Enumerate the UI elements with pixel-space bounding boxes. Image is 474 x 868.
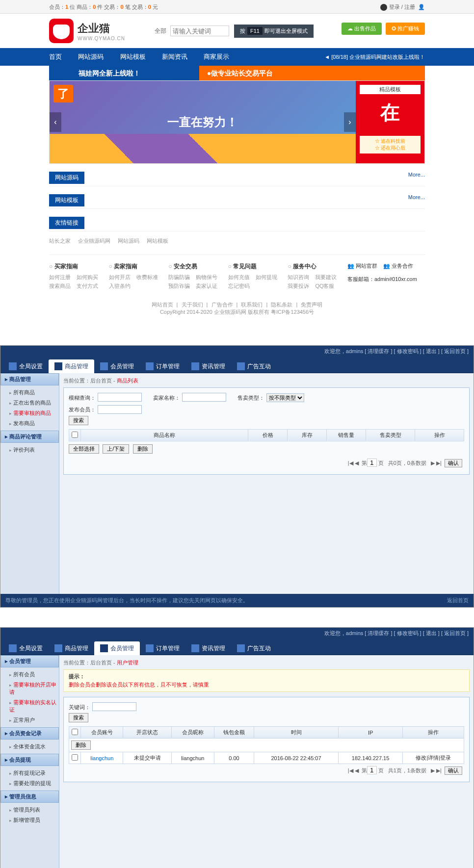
tag-link[interactable]: 网站模板 (147, 238, 168, 244)
footer-link[interactable]: 预防诈骗 (168, 282, 190, 290)
tab-orders[interactable]: 订单管理 (140, 641, 185, 655)
top-link[interactable]: 清理缓存 (368, 630, 389, 636)
select-all-button[interactable]: 全部选择 (69, 444, 99, 454)
category-head[interactable]: 友情链接 (49, 217, 84, 229)
delete-button[interactable]: 删除 (133, 444, 153, 454)
tag-link[interactable]: 站长之家 (49, 238, 71, 244)
side-header[interactable]: 管理员信息 (0, 791, 59, 803)
tag-link[interactable]: 企业猫源码网 (78, 238, 110, 244)
footer-link[interactable]: 防骗防骗 (168, 274, 190, 281)
side-header[interactable]: 会员提现 (0, 754, 59, 766)
footer-link[interactable]: 广告合作 (211, 302, 233, 307)
sidebar-item[interactable]: 需要审核的开店申请 (0, 680, 59, 697)
footer-link[interactable]: 隐私条款 (271, 302, 292, 307)
search-button[interactable]: 搜索 (69, 416, 88, 425)
sidebar-item[interactable]: 所有商品 (0, 387, 59, 398)
sell-button[interactable]: ☁ 出售作品 (342, 23, 382, 35)
sidebar-item[interactable]: 评价列表 (0, 445, 59, 455)
side-header[interactable]: 会员管理 (0, 655, 59, 667)
side-header[interactable]: 商品评论管理 (0, 431, 59, 443)
search-input[interactable] (170, 26, 229, 36)
slider-prev[interactable]: ‹ (50, 112, 61, 132)
row-checkbox[interactable] (72, 754, 78, 761)
footer-link[interactable]: 如何购买 (77, 274, 98, 281)
sidebar-item[interactable]: 新增管理员 (0, 815, 59, 825)
top-link[interactable]: 退出 (426, 348, 437, 354)
pager-go[interactable]: 确认 (445, 766, 462, 775)
promote-button[interactable]: ✪ 推广赚钱 (386, 23, 425, 35)
top-link[interactable]: 返回首页 (444, 348, 466, 354)
filter-seller[interactable] (182, 393, 226, 402)
top-link[interactable]: 清理缓存 (368, 348, 389, 354)
side-header[interactable]: 商品管理 (0, 373, 59, 385)
row-actions[interactable]: 修改|详情|登录 (403, 752, 464, 764)
select-all[interactable] (72, 729, 78, 735)
footer-link[interactable]: 忘记密码 (228, 282, 250, 290)
login-link[interactable]: 登录 / 注册 👤 (380, 0, 425, 14)
footer-link[interactable]: 我要投诉 (288, 282, 309, 290)
tab-global[interactable]: 全局设置 (3, 641, 49, 655)
sidebar-item[interactable]: 管理员列表 (0, 805, 59, 815)
footer-link[interactable]: 知识咨询 (288, 274, 309, 281)
sidebar-item[interactable]: 所有会员 (0, 669, 59, 680)
filter-type[interactable]: 按不限类型 (266, 393, 304, 402)
page-input[interactable] (367, 459, 377, 467)
sidebar-item[interactable]: 全体资金流水 (0, 741, 59, 752)
tab-news[interactable]: 资讯管理 (185, 641, 231, 655)
user-link[interactable]: liangchun (90, 755, 113, 761)
footer-link[interactable]: 入驻条约 (109, 282, 131, 290)
nav-item[interactable]: 网站源码 (78, 53, 104, 60)
sidebar-item[interactable]: 正在出售的商品 (0, 398, 59, 408)
footer-link[interactable]: 收费标准 (136, 274, 158, 281)
pager-next[interactable]: ▶ ▶| (431, 460, 442, 466)
sidebar-item[interactable]: 需要审核的商品 (0, 408, 59, 418)
more-link[interactable]: More... (408, 194, 425, 200)
top-link[interactable]: 退出 (426, 630, 437, 636)
side-header[interactable]: 会员资金记录 (0, 727, 59, 740)
slide-side[interactable]: 精品模板 在 ☆ 追在科技前 ☆ 还在用心后 (356, 81, 424, 163)
nav-item[interactable]: 首页 (49, 53, 62, 60)
pager-prev[interactable]: |◀ ◀ (348, 767, 359, 773)
nav-item[interactable]: 新闻资讯 (162, 53, 187, 60)
logo[interactable]: 企业猫 WWW.QYMAO.CN (49, 19, 125, 43)
tab-ads[interactable]: 广告互动 (231, 641, 277, 655)
search-category[interactable]: 全部 (155, 27, 166, 35)
page-input[interactable] (367, 766, 377, 774)
tab-news[interactable]: 资讯管理 (185, 359, 231, 373)
footer-link[interactable]: 我要建议 (315, 274, 337, 281)
top-link[interactable]: 修改密码 (397, 348, 419, 354)
footer-link[interactable]: 如何开店 (109, 274, 131, 281)
pager-next[interactable]: ▶ ▶| (431, 767, 442, 773)
tab-members[interactable]: 会员管理 (94, 359, 140, 373)
category-head[interactable]: 网站源码 (49, 172, 84, 184)
sidebar-item[interactable]: 发布商品 (0, 418, 59, 429)
tag-link[interactable]: 网站源码 (118, 238, 139, 244)
footer-link[interactable]: 如何注册 (49, 274, 71, 281)
sidebar-item[interactable]: 需要处理的提现 (0, 778, 59, 789)
back-home-link[interactable]: 返回首页 (447, 597, 469, 604)
more-link[interactable]: More... (408, 172, 425, 178)
footer-link[interactable]: 网站首页 (152, 302, 173, 307)
filter-publisher[interactable] (98, 405, 142, 414)
footer-link[interactable]: 关于我们 (182, 302, 203, 307)
banner[interactable]: 福娃网全新上线啦！ ●做专业站长交易平台 (49, 66, 425, 80)
footer-link[interactable]: 如何充值 (228, 274, 250, 281)
sidebar-item[interactable]: 所有提现记录 (0, 768, 59, 778)
tab-orders[interactable]: 订单管理 (140, 359, 185, 373)
footer-link[interactable]: 搜索商品 (49, 282, 71, 290)
top-link[interactable]: 修改密码 (397, 630, 419, 636)
filter-keyword[interactable] (98, 393, 142, 402)
slide-main[interactable]: 了 一直在努力！ (50, 81, 356, 163)
filter-keyword[interactable] (92, 702, 136, 711)
footer-link[interactable]: 免责声明 (301, 302, 322, 307)
search-button[interactable]: 搜索 (69, 713, 88, 722)
footer-link[interactable]: 联系我们 (241, 302, 263, 307)
select-all[interactable] (72, 432, 78, 438)
tab-global[interactable]: 全局设置 (3, 359, 49, 373)
slider-next[interactable]: › (344, 112, 356, 132)
footer-link[interactable]: 购物保号 (196, 274, 217, 281)
tab-products[interactable]: 商品管理 (49, 641, 94, 655)
nav-item[interactable]: 商家展示 (204, 53, 229, 60)
sidebar-item[interactable]: 需要审核的实名认证 (0, 697, 59, 715)
footer-link[interactable]: QQ客服 (315, 282, 334, 290)
